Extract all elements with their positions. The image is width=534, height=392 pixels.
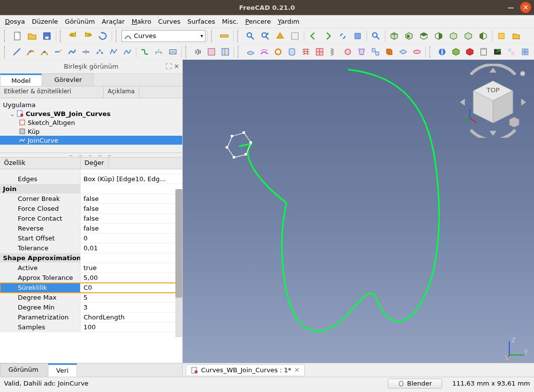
document-tab[interactable]: Curves_WB_Join_Curves : 1* ✕ <box>186 364 305 376</box>
link-icon[interactable] <box>336 30 349 42</box>
curve-on-surface-icon[interactable] <box>167 45 179 58</box>
trim-face-icon[interactable] <box>205 45 217 58</box>
property-editor[interactable]: EdgesBox (Küp) [Edge10, Edg...JoinCorner… <box>0 169 182 363</box>
property-value[interactable]: Box (Küp) [Edge10, Edg... <box>81 175 182 183</box>
toolbar-grip[interactable] <box>211 30 215 42</box>
tree-document[interactable]: ⌄ Curves_WB_Join_Curves <box>0 109 182 118</box>
menu-file[interactable]: Dosya <box>5 18 25 25</box>
bspline-to-console-icon[interactable] <box>519 45 531 58</box>
nav-left-icon[interactable] <box>307 30 320 42</box>
property-value[interactable]: ChordLength <box>81 314 182 321</box>
property-group[interactable]: Join <box>0 184 182 194</box>
fit-all-icon[interactable] <box>244 30 257 42</box>
discretize-icon[interactable] <box>94 45 106 58</box>
property-row[interactable]: Tolerance0,01 <box>0 243 182 253</box>
menu-misc[interactable]: Misc. <box>222 18 239 25</box>
approximate-icon[interactable] <box>108 45 120 58</box>
property-value[interactable]: C0 <box>81 284 182 291</box>
line-tool-icon[interactable] <box>11 45 23 58</box>
toolbar-grip[interactable] <box>237 30 241 42</box>
menu-view[interactable]: Görünüm <box>65 18 95 25</box>
property-value[interactable]: 3 <box>81 304 182 311</box>
pipe-shell-icon[interactable] <box>286 45 298 58</box>
tab-view[interactable]: Görünüm <box>0 363 47 377</box>
close-tab-icon[interactable]: ✕ <box>294 366 300 374</box>
panel-splitter[interactable]: – – – – – <box>0 153 182 157</box>
segment-surface-icon[interactable] <box>314 45 326 58</box>
join-curve-icon[interactable] <box>66 45 78 58</box>
tab-model[interactable]: Model <box>0 74 42 86</box>
property-row[interactable]: Approx Tolerance5,00 <box>0 273 182 283</box>
flatten-face-icon[interactable] <box>397 45 409 58</box>
left-view-icon[interactable] <box>477 30 490 42</box>
toolbar-grip[interactable] <box>429 46 433 58</box>
property-value[interactable]: 100 <box>81 323 182 331</box>
navigation-style-button[interactable]: Blender <box>388 379 442 389</box>
menu-edit[interactable]: Düzenle <box>32 18 58 25</box>
tree-item-sketch[interactable]: Sketch_Altıgen <box>0 118 182 127</box>
property-row[interactable]: Force Contactfalse <box>0 214 182 224</box>
property-row[interactable]: Degree Min3 <box>0 303 182 313</box>
comb-plot-icon[interactable] <box>153 45 164 58</box>
property-row[interactable]: Degree Max5 <box>0 293 182 303</box>
workbench-selector[interactable]: Curves ▾ <box>122 30 205 42</box>
blend-surface-icon[interactable] <box>370 45 381 58</box>
rotation-sweep-icon[interactable] <box>411 45 423 58</box>
property-value[interactable]: 0,01 <box>81 244 182 252</box>
iso-curve-icon[interactable] <box>219 45 231 58</box>
multi-loft-icon[interactable] <box>356 45 368 58</box>
paste-svg-icon[interactable] <box>478 45 490 58</box>
open-file-icon[interactable] <box>26 30 39 42</box>
menu-tools[interactable]: Araçlar <box>102 18 124 25</box>
adjacent-faces-icon[interactable] <box>505 45 517 58</box>
toolbar-grip[interactable] <box>185 46 189 58</box>
property-scrollbar[interactable] <box>175 189 182 337</box>
property-row[interactable]: Corner Breakfalse <box>0 194 182 204</box>
property-value[interactable]: false <box>81 225 182 232</box>
nav-right-icon[interactable] <box>322 30 334 42</box>
part-icon[interactable] <box>495 30 508 42</box>
property-value[interactable]: 0 <box>81 235 182 242</box>
toolbar-grip[interactable] <box>116 30 120 42</box>
measure-icon[interactable] <box>218 30 231 42</box>
interpolate-icon[interactable] <box>122 45 133 58</box>
group-icon[interactable] <box>510 30 523 42</box>
compression-spring-icon[interactable] <box>328 45 339 58</box>
sketch-on-surface-icon[interactable] <box>245 45 256 58</box>
close-button[interactable]: ✕ <box>520 2 531 13</box>
model-tree[interactable]: Uygulama ⌄ Curves_WB_Join_Curves Sketch_… <box>0 98 182 153</box>
geom-info-icon[interactable]: i <box>436 45 448 58</box>
property-value[interactable]: false <box>81 215 182 222</box>
menu-surfaces[interactable]: Surfaces <box>187 18 215 25</box>
minimize-button[interactable]: — <box>505 2 516 13</box>
parametric-solid-icon[interactable] <box>464 45 476 58</box>
objects-to-console-icon[interactable]: >_ <box>492 45 503 58</box>
undo-icon[interactable] <box>67 30 80 42</box>
navigation-cube[interactable]: TOP <box>456 64 530 138</box>
property-group[interactable]: Shape Approximation <box>0 253 182 263</box>
rear-view-icon[interactable] <box>447 30 460 42</box>
front-view-icon[interactable] <box>403 30 415 42</box>
extract-subshape-icon[interactable] <box>450 45 462 58</box>
new-file-icon[interactable] <box>11 30 24 42</box>
property-row[interactable]: SüreklilikC0 <box>0 283 182 293</box>
property-value[interactable]: false <box>81 205 182 212</box>
blend-solid-icon[interactable] <box>383 45 395 58</box>
zebra-tool-icon[interactable] <box>192 45 204 58</box>
sweep-2rails-icon[interactable] <box>258 45 270 58</box>
extend-curve-icon[interactable] <box>52 45 64 58</box>
expand-panel-icon[interactable]: ⛶ <box>165 63 172 70</box>
bbox-icon[interactable] <box>288 30 301 42</box>
scrollbar-thumb[interactable] <box>175 189 182 298</box>
toolbar-grip[interactable] <box>238 46 242 58</box>
property-row[interactable]: Samples100 <box>0 322 182 332</box>
property-row[interactable]: Start Offset0 <box>0 234 182 243</box>
property-value[interactable]: false <box>81 195 182 202</box>
split-curve-icon[interactable] <box>80 45 92 58</box>
menu-help[interactable]: Yardım <box>278 18 299 25</box>
refresh-icon[interactable] <box>96 30 109 42</box>
draw-style-icon[interactable] <box>274 30 287 42</box>
fit-selection-icon[interactable] <box>259 30 272 42</box>
tree-item-joincurve[interactable]: JoinCurve <box>0 136 182 145</box>
property-row[interactable]: Force Closedfalse <box>0 204 182 214</box>
